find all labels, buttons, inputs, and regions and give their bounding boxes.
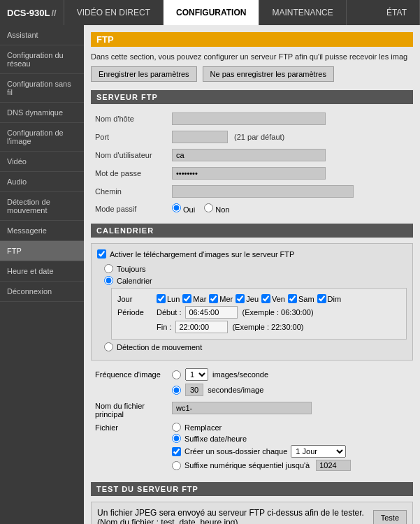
test-box: Un fichier JPEG sera envoyé au serveur F… [91, 502, 413, 524]
tab-configuration[interactable]: CONFIGURATION [164, 0, 259, 25]
frequency-label: Fréquence d'image [91, 366, 168, 398]
sous-dossier-label: Créer un sous-dossier chaque [184, 447, 287, 456]
days-label: Jour [117, 295, 152, 303]
passive-non-label[interactable]: Non [204, 205, 229, 214]
sidebar-item-video[interactable]: Vidéo [0, 152, 84, 172]
debut-label: Début : [157, 308, 181, 316]
suffixe-num-radio[interactable] [172, 461, 181, 470]
sous-dossier-select[interactable]: 1 Jour 1 Heure 1 Semaine [291, 445, 346, 458]
activate-label: Activer le téléchargement d'images sur l… [110, 250, 294, 259]
day-jeu[interactable]: Jeu [236, 294, 259, 303]
port-input[interactable] [172, 131, 228, 143]
passive-label: Mode passif [91, 201, 168, 217]
ftp-title: FTP [91, 32, 413, 47]
passive-oui-text: Oui [183, 205, 195, 214]
debut-hint: (Exemple : 06:30:00) [242, 308, 313, 316]
path-input[interactable] [172, 185, 354, 198]
test-filename-hint: (Nom du fichier : test_date_heure.jpg) [97, 518, 364, 524]
username-input[interactable] [172, 149, 326, 161]
day-ven[interactable]: Ven [261, 294, 285, 303]
sidebar-item-detection[interactable]: Détection de mouvement [0, 192, 84, 221]
sidebar-item-heure-date[interactable]: Heure et date [0, 261, 84, 282]
sous-dossier-checkbox[interactable] [172, 447, 181, 456]
sidebar-item-config-sans-fil[interactable]: Configuration sans fil [0, 74, 84, 103]
password-label: Mot de passe [91, 164, 168, 182]
nosave-button[interactable]: Ne pas enregistrer les paramètres [203, 66, 334, 82]
tab-video-direct[interactable]: VIDÉO EN DIRECT [64, 0, 164, 25]
fin-row: Fin : (Exemple : 22:30:00) [117, 321, 400, 333]
username-label: Nom d'utilisateur [91, 146, 168, 164]
sidebar-item-assistant[interactable]: Assistant [0, 25, 84, 45]
suffixe-date-label: Suffixe date/heure [184, 435, 247, 443]
path-label: Chemin [91, 182, 168, 201]
sidebar-item-audio[interactable]: Audio [0, 172, 84, 192]
hostname-label: Nom d'hôte [91, 110, 168, 128]
remplacer-label: Remplacer [184, 423, 222, 432]
action-buttons: Enregistrer les paramètres Ne pas enregi… [91, 66, 413, 82]
sidebar-item-dns-dynamique[interactable]: DNS dynamique [0, 103, 84, 123]
fichier-label: Fichier [91, 421, 168, 475]
freq-value2: 30 [185, 384, 203, 396]
test-section-title: TEST DU SERVEUR FTP [91, 482, 413, 496]
port-label: Port [91, 128, 168, 146]
logo: DCS-930L // [0, 0, 64, 25]
calendar-inner: Jour Lun Mar Mer Jeu Ven Sam Dim Période… [111, 288, 407, 340]
calendar-label: Calendrier [117, 277, 152, 285]
filename-input[interactable] [172, 402, 312, 414]
logo-slashes: // [51, 8, 56, 18]
server-section-title: SERVEUR FTP [91, 90, 413, 104]
seq-input[interactable] [316, 460, 351, 471]
fin-label: Fin : [157, 323, 171, 331]
debut-input[interactable] [185, 306, 238, 319]
filename-label: Nom du fichier principal [91, 398, 168, 421]
test-description: Un fichier JPEG sera envoyé au serveur F… [97, 508, 364, 524]
freq-radio-1[interactable] [172, 370, 181, 379]
sidebar-item-config-image[interactable]: Configuration de l'image [0, 123, 84, 152]
calendar-section-title: CALENDRIER [91, 224, 413, 238]
fin-hint: (Exemple : 22:30:00) [232, 323, 303, 331]
calendar-box: Activer le téléchargement d'images sur l… [91, 243, 413, 361]
sidebar-item-deconnexion[interactable]: Déconnexion [0, 282, 84, 302]
periode-row: Période Début : (Exemple : 06:30:00) [117, 306, 400, 319]
day-lun[interactable]: Lun [157, 294, 180, 303]
suffixe-num-label: Suffixe numérique séquentiel jusqu'à [184, 461, 310, 470]
activate-checkbox[interactable] [97, 249, 106, 259]
sidebar-item-config-reseau[interactable]: Configuration du réseau [0, 45, 84, 74]
remplacer-radio[interactable] [172, 423, 181, 432]
freq-unit2: secondes/image [208, 386, 263, 394]
calendar-radio[interactable] [104, 276, 113, 285]
periode-label: Période [117, 308, 152, 316]
always-label: Toujours [117, 265, 146, 273]
logo-model: DCS-930L [7, 8, 50, 18]
freq-unit1: images/seconde [212, 370, 268, 379]
suffixe-date-radio[interactable] [172, 434, 181, 443]
password-input[interactable] [172, 167, 326, 180]
port-hint: (21 par défaut) [234, 133, 284, 141]
hostname-input[interactable] [172, 112, 326, 125]
day-mar[interactable]: Mar [182, 294, 206, 303]
freq-select[interactable]: 1 2 5 [185, 368, 208, 381]
detection-label: Détection de mouvement [117, 343, 202, 351]
passive-non-text: Non [215, 205, 229, 214]
tab-etat[interactable]: ÉTAT [374, 0, 420, 25]
day-mer[interactable]: Mer [209, 294, 233, 303]
fin-input[interactable] [175, 321, 228, 333]
server-form: Nom d'hôte Port (21 par défaut) Nom d'ut… [91, 110, 413, 217]
save-button[interactable]: Enregistrer les paramètres [91, 66, 197, 82]
detection-radio[interactable] [104, 342, 113, 351]
options-table: Fréquence d'image 1 2 5 images/seconde 3 [91, 366, 413, 475]
passive-oui-radio[interactable] [172, 203, 181, 212]
test-button[interactable]: Teste [373, 510, 407, 524]
sidebar: Assistant Configuration du réseau Config… [0, 25, 84, 524]
day-dim[interactable]: Dim [317, 294, 342, 303]
always-radio[interactable] [104, 264, 113, 273]
freq-radio-2[interactable] [172, 386, 181, 395]
day-sam[interactable]: Sam [288, 294, 314, 303]
test-desc-text: Un fichier JPEG sera envoyé au serveur F… [97, 508, 364, 518]
sidebar-item-messagerie[interactable]: Messagerie [0, 221, 84, 241]
sidebar-item-ftp[interactable]: FTP [0, 241, 84, 261]
passive-oui-label[interactable]: Oui [172, 205, 197, 214]
passive-non-radio[interactable] [204, 203, 213, 212]
ftp-description: Dans cette section, vous pouvez configur… [91, 52, 413, 61]
tab-maintenance[interactable]: MAINTENANCE [259, 0, 346, 25]
